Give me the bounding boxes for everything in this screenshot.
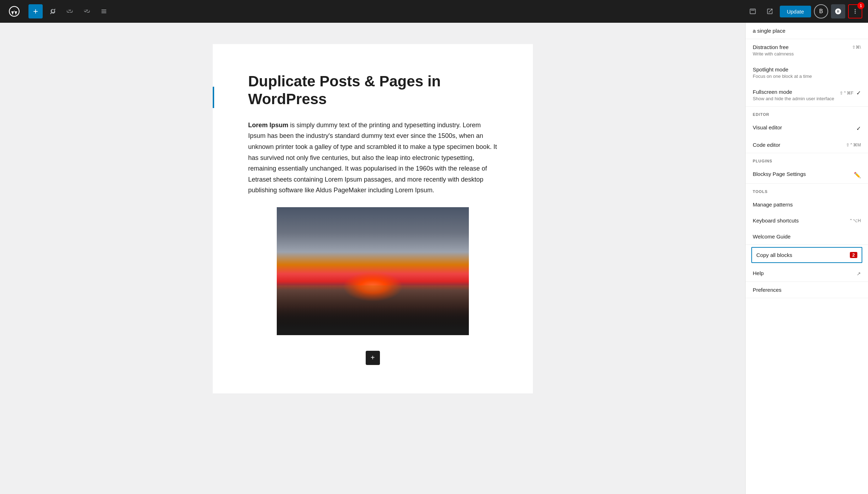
help-item[interactable]: Help ↗ xyxy=(746,265,868,281)
copy-all-blocks-count: 2 xyxy=(850,252,857,258)
manage-patterns-item[interactable]: Manage patterns xyxy=(746,197,868,213)
fullscreen-check-icon: ✓ xyxy=(856,90,861,96)
fullscreen-mode-item[interactable]: Fullscreen mode Show and hide the admin … xyxy=(746,84,868,106)
sunset-photo xyxy=(277,207,469,335)
editor-area: Duplicate Posts & Pages in WordPress Lor… xyxy=(0,23,745,494)
plugins-section: PLUGINS Blocksy Page Settings ✏️ xyxy=(746,153,868,184)
block-indicator xyxy=(213,87,214,108)
add-block-button[interactable]: + xyxy=(28,4,43,18)
more-options-button[interactable]: 1 xyxy=(848,4,862,18)
copy-all-blocks-item[interactable]: Copy all blocks 2 xyxy=(751,247,862,263)
blocksy-page-settings-item[interactable]: Blocksy Page Settings ✏️ xyxy=(746,166,868,183)
redo-button[interactable] xyxy=(80,4,94,18)
main-area: Duplicate Posts & Pages in WordPress Lor… xyxy=(0,23,868,494)
post-body-text: is simply dummy text of the printing and… xyxy=(248,122,497,194)
external-link-icon: ↗ xyxy=(857,271,861,276)
distraction-free-item[interactable]: Distraction free Write with calmness ⇧⌘\ xyxy=(746,39,868,61)
view-button[interactable] xyxy=(763,4,777,18)
post-image[interactable] xyxy=(277,207,469,335)
settings-panel-button[interactable] xyxy=(831,4,845,18)
welcome-guide-item[interactable]: Welcome Guide xyxy=(746,229,868,245)
keyboard-shortcuts-item[interactable]: Keyboard shortcuts ⌃⌥H xyxy=(746,213,868,229)
tools-section: TOOLS Manage patterns Keyboard shortcuts… xyxy=(746,184,868,245)
help-section: Help ↗ xyxy=(746,265,868,282)
update-button[interactable]: Update xyxy=(780,6,811,17)
editor-section: EDITOR Visual editor ✓ Code editor ⇧⌃⌘M xyxy=(746,107,868,153)
topbar: + Update B xyxy=(0,0,868,23)
tools-button[interactable] xyxy=(46,4,60,18)
post-title[interactable]: Duplicate Posts & Pages in WordPress xyxy=(248,73,497,108)
undo-button[interactable] xyxy=(63,4,77,18)
view-section: Distraction free Write with calmness ⇧⌘\… xyxy=(746,39,868,107)
document-overview-button[interactable] xyxy=(97,4,111,18)
visual-editor-item[interactable]: Visual editor ✓ xyxy=(746,119,868,137)
plugins-section-header: PLUGINS xyxy=(746,153,868,166)
preview-options-button[interactable] xyxy=(746,4,760,18)
wp-logo[interactable] xyxy=(6,3,23,20)
panel-top-text: a single place xyxy=(746,23,868,39)
code-editor-item[interactable]: Code editor ⇧⌃⌘M xyxy=(746,137,868,153)
spotlight-mode-item[interactable]: Spotlight mode Focus on one block at a t… xyxy=(746,61,868,84)
editor-section-header: EDITOR xyxy=(746,107,868,119)
visual-editor-check-icon: ✓ xyxy=(856,125,861,132)
user-avatar[interactable]: B xyxy=(814,4,828,18)
post-body-paragraph[interactable]: Lorem Ipsum is simply dummy text of the … xyxy=(248,120,497,196)
editor-content: Duplicate Posts & Pages in WordPress Lor… xyxy=(213,44,533,393)
copy-all-blocks-wrapper: Copy all blocks 2 xyxy=(746,245,868,265)
options-dropdown-panel: a single place Distraction free Write wi… xyxy=(745,23,868,494)
rocks-overlay xyxy=(277,307,469,335)
add-block-below-button[interactable]: + xyxy=(366,351,380,365)
notification-badge: 1 xyxy=(857,2,864,9)
pencil-icon: ✏️ xyxy=(854,172,861,178)
tools-section-header: TOOLS xyxy=(746,184,868,197)
preferences-item[interactable]: Preferences xyxy=(746,282,868,298)
preferences-section: Preferences xyxy=(746,282,868,298)
lorem-ipsum-bold: Lorem Ipsum xyxy=(248,122,289,129)
